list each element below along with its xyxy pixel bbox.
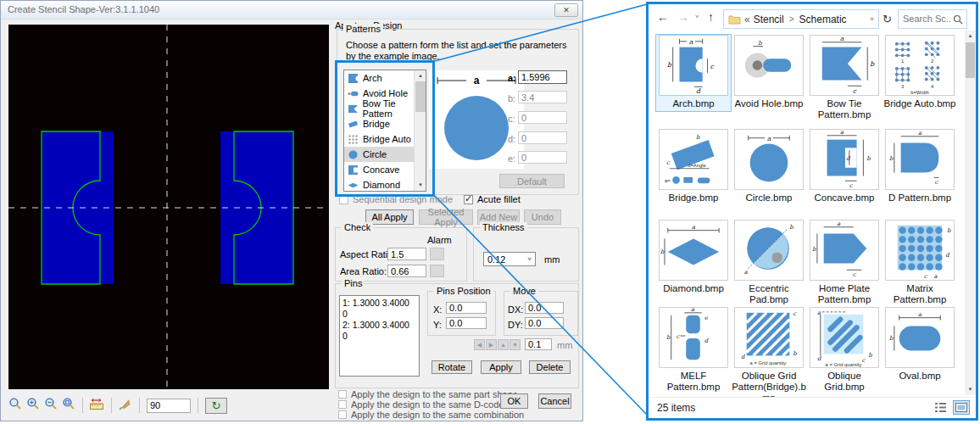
file-item-avoid-hole[interactable]: b Avoid Hole.bmp bbox=[732, 35, 806, 109]
file-item-concave[interactable]: a b d c Concave.bmp bbox=[807, 129, 882, 204]
thumbnail-view-icon[interactable] bbox=[953, 400, 970, 415]
zoom-in-icon[interactable] bbox=[26, 397, 40, 414]
dx-label: DX: bbox=[508, 304, 523, 315]
dx-input[interactable] bbox=[525, 302, 564, 314]
file-item-oblique-grid-bridge[interactable]: c d b a = Grid quantity Oblique Grid Pat… bbox=[732, 307, 806, 404]
up-icon[interactable]: ↑ bbox=[708, 10, 714, 24]
aspect-ratio-input[interactable] bbox=[387, 248, 426, 260]
pin-row[interactable]: 1: 1.3000 3.4000 0 bbox=[342, 298, 416, 320]
param-a-input[interactable] bbox=[518, 70, 567, 84]
file-item-melf[interactable]: a b c e d MELF Pattern.bmp bbox=[656, 307, 731, 393]
delete-button[interactable]: Delete bbox=[529, 360, 571, 374]
pin-row[interactable]: 2: 1.3000 3.4000 0 bbox=[342, 320, 416, 342]
default-button[interactable]: Default bbox=[499, 174, 565, 188]
nudge-down-button[interactable]: ▼ bbox=[509, 339, 521, 350]
search-input[interactable] bbox=[899, 11, 951, 27]
file-item-circle[interactable]: a Circle.bmp bbox=[732, 129, 806, 204]
step-input[interactable] bbox=[525, 338, 552, 350]
file-thumbnail: a b c bbox=[885, 129, 955, 190]
breadcrumb-subfolder[interactable]: Schematic bbox=[799, 14, 847, 25]
ok-button[interactable]: OK bbox=[500, 393, 528, 409]
rotate-view-button[interactable]: ↻ bbox=[205, 398, 227, 414]
cancel-button[interactable]: Cancel bbox=[538, 393, 571, 409]
y-input[interactable] bbox=[446, 317, 487, 329]
scroll-up-icon[interactable]: ▲ bbox=[965, 31, 976, 42]
param-e-input[interactable] bbox=[518, 151, 567, 164]
pins-listbox[interactable]: 1: 1.3000 3.4000 0 2: 1.3000 3.4000 0 bbox=[339, 295, 420, 377]
sequential-design-checkbox[interactable]: Sequential design mode bbox=[339, 194, 453, 204]
rotate-button[interactable]: Rotate bbox=[432, 360, 472, 374]
file-item-oval[interactable]: a b Oval.bmp bbox=[883, 307, 957, 382]
pattern-item-label: Bridge bbox=[363, 119, 390, 129]
zoom-window-icon[interactable] bbox=[62, 397, 75, 414]
file-item-bow-tie[interactable]: a b c Bow Tie Pattern.bmp bbox=[807, 35, 882, 120]
checkbox-box[interactable] bbox=[464, 195, 473, 204]
nudge-up-button[interactable]: ▲ bbox=[498, 339, 509, 350]
move-group-label: Move bbox=[510, 286, 538, 296]
scroll-down-icon[interactable]: ▼ bbox=[415, 180, 426, 191]
svg-text:c: c bbox=[849, 182, 854, 189]
file-item-arch[interactable]: a b c d Arch.bmp bbox=[656, 35, 731, 111]
details-view-icon[interactable] bbox=[932, 400, 949, 415]
forward-icon[interactable]: → bbox=[677, 10, 689, 24]
close-button[interactable]: ✕ bbox=[554, 3, 578, 17]
svg-text:b: b bbox=[947, 227, 951, 234]
acute-fillet-checkbox[interactable]: Acute fillet bbox=[464, 194, 521, 204]
nudge-left-button[interactable]: ◀ bbox=[474, 339, 485, 350]
measure-icon[interactable] bbox=[90, 397, 104, 414]
file-thumbnail: a b d c bbox=[810, 129, 879, 190]
thickness-select[interactable]: 0.12 ˅ bbox=[483, 252, 536, 266]
param-c-input[interactable] bbox=[518, 111, 567, 124]
pattern-item-label: Circle bbox=[363, 149, 387, 159]
file-item-home-plate[interactable]: a b c Home Plate Pattern.bmp bbox=[807, 220, 882, 305]
zoom-icon[interactable] bbox=[8, 397, 22, 414]
svg-text:b: b bbox=[789, 224, 793, 231]
param-d-input[interactable] bbox=[518, 131, 567, 144]
breadcrumb-folder[interactable]: Stencil bbox=[754, 14, 784, 25]
back-icon[interactable]: ← bbox=[657, 10, 669, 24]
refresh-icon[interactable]: ↻ bbox=[883, 13, 892, 25]
breadcrumb-collapse[interactable]: « bbox=[744, 14, 750, 25]
clean-icon[interactable] bbox=[119, 397, 132, 414]
checkbox-box[interactable] bbox=[338, 390, 347, 399]
explorer-scrollbar[interactable]: ▲ ▼ bbox=[965, 31, 976, 395]
file-item-oblique-grid[interactable]: a d c b a = Grid quantity Oblique Grid.b… bbox=[807, 307, 882, 393]
undo-button[interactable]: Undo bbox=[524, 209, 561, 225]
scroll-down-icon[interactable]: ▼ bbox=[965, 384, 976, 395]
scrollbar-thumb[interactable] bbox=[415, 81, 426, 112]
diamond-icon bbox=[348, 180, 359, 191]
address-chevron-icon[interactable]: ˅ bbox=[870, 15, 874, 23]
file-item-eccentric-pad[interactable]: b a Eccentric Pad.bmp bbox=[732, 220, 806, 305]
dialog-titlebar[interactable]: Create Stencil Shape-Ver:3.1.1.1040 bbox=[1, 1, 582, 20]
stencil-canvas[interactable] bbox=[8, 25, 329, 389]
param-b-input[interactable] bbox=[518, 91, 567, 103]
search-box[interactable] bbox=[898, 9, 967, 29]
apply-same-dcode-checkbox[interactable]: Apply the design to the same D-code bbox=[338, 399, 504, 410]
toolbar-separator bbox=[139, 398, 140, 413]
rotate-angle-input[interactable] bbox=[147, 399, 191, 413]
file-item-bridge-auto[interactable]: 1 2 3 4 b=Width Bridge Auto.bmp bbox=[883, 35, 957, 109]
file-item-d-pattern[interactable]: a b c D Pattern.bmp bbox=[883, 129, 957, 204]
thickness-group-label: Thickness bbox=[480, 222, 527, 232]
zoom-out-icon[interactable] bbox=[44, 397, 58, 414]
pattern-list-scrollbar[interactable]: ▲ ▼ bbox=[414, 70, 426, 191]
address-bar[interactable]: « Stencil > Schematic ˅ bbox=[723, 9, 879, 29]
pattern-listbox[interactable]: Arch Avoid Hole Bow Tie Pattern Bridge B… bbox=[343, 70, 426, 192]
apply-same-part-shape-checkbox[interactable]: Apply the design to the same part shape bbox=[338, 389, 518, 399]
apply-same-combination-checkbox[interactable]: Apply the design to the same combination bbox=[338, 410, 524, 420]
area-ratio-input[interactable] bbox=[387, 265, 426, 277]
apply-button[interactable]: Apply bbox=[481, 360, 521, 374]
history-chevron-icon[interactable]: ˅ bbox=[695, 13, 699, 20]
checkbox-box[interactable] bbox=[339, 195, 348, 204]
file-item-matrix[interactable]: b d c a Matrix Pattern.bmp bbox=[883, 220, 957, 305]
nudge-right-button[interactable]: ▶ bbox=[486, 339, 497, 350]
scrollbar-thumb[interactable] bbox=[966, 42, 975, 78]
file-item-diamond[interactable]: a b Diamond.bmp bbox=[656, 220, 731, 294]
x-input[interactable] bbox=[446, 302, 487, 314]
selected-apply-button[interactable]: Selected Apply bbox=[419, 209, 473, 225]
checkbox-box[interactable] bbox=[338, 410, 347, 419]
file-item-bridge[interactable]: d=Angle b c a= Bridge.bmp bbox=[656, 129, 731, 204]
dy-input[interactable] bbox=[525, 317, 564, 329]
checkbox-box[interactable] bbox=[338, 400, 347, 409]
scroll-up-icon[interactable]: ▲ bbox=[415, 70, 426, 81]
